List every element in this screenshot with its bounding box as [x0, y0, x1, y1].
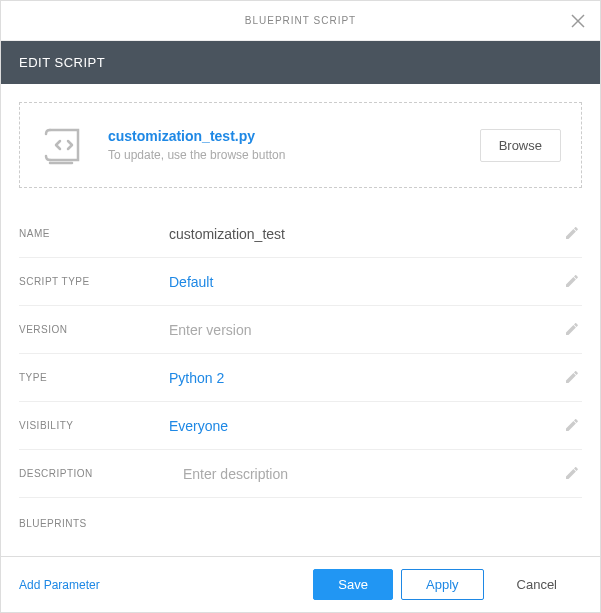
edit-visibility-button[interactable] [564, 417, 582, 435]
row-script-type: SCRIPT TYPE Default [19, 258, 582, 306]
label-version: VERSION [19, 324, 169, 335]
label-type: TYPE [19, 372, 169, 383]
row-type: TYPE Python 2 [19, 354, 582, 402]
label-name: NAME [19, 228, 169, 239]
value-script-type[interactable]: Default [169, 274, 554, 290]
script-file-icon [40, 121, 88, 169]
file-info: customization_test.py To update, use the… [108, 128, 480, 162]
add-parameter-link[interactable]: Add Parameter [19, 578, 100, 592]
pencil-icon [564, 417, 580, 433]
dialog-title: BLUEPRINT SCRIPT [245, 15, 356, 26]
row-version: VERSION Enter version [19, 306, 582, 354]
value-name[interactable]: customization_test [169, 226, 554, 242]
pencil-icon [564, 465, 580, 481]
close-icon [571, 14, 585, 28]
browse-button[interactable]: Browse [480, 129, 561, 162]
label-description: DESCRIPTION [19, 468, 169, 479]
apply-button[interactable]: Apply [401, 569, 484, 600]
dialog-footer: Add Parameter Save Apply Cancel [1, 556, 600, 612]
dialog-header: BLUEPRINT SCRIPT [1, 1, 600, 41]
value-description[interactable]: Enter description [169, 466, 554, 482]
edit-description-button[interactable] [564, 465, 582, 483]
close-button[interactable] [568, 11, 588, 31]
value-type[interactable]: Python 2 [169, 370, 554, 386]
edit-name-button[interactable] [564, 225, 582, 243]
blueprint-script-dialog: BLUEPRINT SCRIPT EDIT SCRIPT customizati… [0, 0, 601, 613]
label-visibility: VISIBILITY [19, 420, 169, 431]
file-hint: To update, use the browse button [108, 148, 480, 162]
save-button[interactable]: Save [313, 569, 393, 600]
section-header: EDIT SCRIPT [1, 41, 600, 84]
edit-script-type-button[interactable] [564, 273, 582, 291]
edit-type-button[interactable] [564, 369, 582, 387]
content-area[interactable]: customization_test.py To update, use the… [1, 84, 600, 556]
edit-version-button[interactable] [564, 321, 582, 339]
pencil-icon [564, 369, 580, 385]
value-version[interactable]: Enter version [169, 322, 554, 338]
pencil-icon [564, 321, 580, 337]
row-name: NAME customization_test [19, 210, 582, 258]
pencil-icon [564, 273, 580, 289]
row-description: DESCRIPTION Enter description [19, 450, 582, 498]
blueprints-section-label: BLUEPRINTS [19, 498, 582, 537]
cancel-button[interactable]: Cancel [492, 569, 582, 600]
row-visibility: VISIBILITY Everyone [19, 402, 582, 450]
file-upload-box: customization_test.py To update, use the… [19, 102, 582, 188]
label-script-type: SCRIPT TYPE [19, 276, 169, 287]
pencil-icon [564, 225, 580, 241]
file-name: customization_test.py [108, 128, 480, 144]
value-visibility[interactable]: Everyone [169, 418, 554, 434]
